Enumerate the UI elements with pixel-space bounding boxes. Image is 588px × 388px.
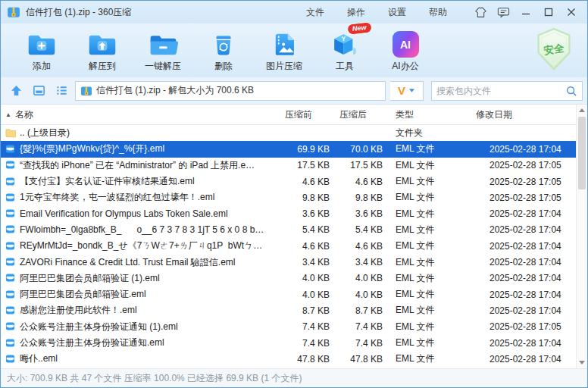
size-after: 4.0 KB (333, 273, 386, 283)
archive-path-input[interactable] (96, 86, 380, 96)
minimize-button[interactable] (514, 2, 537, 23)
search-box (431, 81, 583, 101)
zip-archive-icon (7, 5, 20, 19)
file-name: {髮}%{票}MPgWnkv{贷}^_%{开}.eml (20, 142, 164, 155)
add-button[interactable]: 添加 (11, 30, 72, 73)
file-name: FWloimbh=_0lga8bfk_B_ o__6 7 3 7 8 3 1jT… (20, 224, 264, 235)
image-compress-button[interactable]: 图片压缩 (254, 30, 314, 73)
menu-file[interactable]: 文件 (295, 1, 336, 23)
file-name: .. (上级目录) (20, 127, 70, 139)
column-header-name[interactable]: ▲ 名称 (1, 108, 279, 121)
extract-to-button[interactable]: 解压到 (72, 30, 133, 73)
one-click-extract-button[interactable]: 一键解压 (133, 30, 193, 73)
size-before: 69.9 KB (279, 144, 333, 155)
ai-office-button[interactable]: AI AI办公 (375, 30, 436, 73)
scrollbar-track[interactable] (577, 116, 587, 357)
table-row[interactable]: “查找我的 iPhone” 已在 “Administrator” 的 iPad … (1, 158, 576, 174)
eml-icon (5, 144, 16, 155)
table-row[interactable]: 阿里巴巴集团会员邮箱验证 (1).eml4.0 KB4.0 KBEML 文件20… (1, 271, 576, 286)
menu-help[interactable]: 帮助 (418, 1, 458, 23)
modified-date: 2025-02-28 17:05 (470, 321, 576, 332)
scroll-up-button[interactable] (577, 105, 587, 116)
feedback-icon[interactable] (492, 2, 514, 23)
toolbar: 添加 解压到 一键解压 删除 图片压缩 New (1, 23, 587, 77)
table-row[interactable]: 公众账号注册主体身份验证通知.eml7.4 KB7.4 KBEML 文件2025… (1, 335, 576, 351)
size-before: 3.6 KB (279, 208, 333, 219)
eml-icon (5, 289, 16, 300)
file-type: EML 文件 (386, 159, 470, 172)
table-row[interactable]: 1元夺宝年终奖，屯一波猛烈的红包过壕年！.eml9.8 KB9.8 KBEML … (1, 189, 576, 205)
v-dropdown[interactable]: V (390, 81, 424, 101)
table-row[interactable]: 【支付宝】实名认证-证件审核结果通知.eml4.6 KB4.6 KBEML 文件… (1, 174, 576, 189)
modified-date: 2025-02-28 17:04 (470, 257, 576, 268)
delete-button[interactable]: 删除 (193, 30, 254, 73)
v-logo: V (398, 85, 405, 96)
table-row[interactable]: 晦仆..eml47.8 KB47.8 KBEML 文件2025-02-28 17… (1, 351, 576, 367)
column-header-before[interactable]: 压缩前 (279, 108, 333, 121)
file-type: EML 文件 (386, 224, 470, 236)
folder-extract-icon (87, 30, 117, 58)
table-row[interactable]: 感谢您注册使用此软件！.eml8.7 KB8.7 KBEML 文件2025-02… (1, 302, 576, 318)
status-text: 大小: 700.9 KB 共 47 个文件 压缩率 100.0% 已经选择 69… (7, 372, 302, 385)
size-after: 70.0 KB (333, 144, 386, 155)
menu-settings[interactable]: 设置 (377, 1, 418, 23)
file-list: .. (上级目录)文件夹{髮}%{票}MPgWnkv{贷}^_%{开}.eml6… (1, 125, 576, 368)
modified-date: 2025-02-28 17:05 (470, 177, 576, 187)
eml-icon (5, 257, 16, 268)
size-after: 4.0 KB (333, 289, 386, 300)
eml-icon (5, 338, 16, 349)
size-after: 9.8 KB (333, 192, 386, 203)
modified-date: 2025-02-28 17:04 (470, 241, 576, 252)
content-area: ▲ 名称 压缩前 压缩后 类型 修改日期 .. (上级目录)文件夹{髮}%{票}… (1, 105, 587, 368)
modified-date: 2025-02-28 17:04 (470, 224, 576, 235)
file-type: EML 文件 (386, 321, 470, 333)
column-header-date[interactable]: 修改日期 (470, 108, 576, 121)
eml-icon (5, 208, 16, 219)
table-row[interactable]: Email Verification for Olympus Labs Toke… (1, 205, 576, 221)
scrollbar-thumb[interactable] (578, 117, 586, 189)
scroll-down-button[interactable] (577, 357, 587, 368)
file-type: EML 文件 (386, 352, 470, 365)
new-badge: New (347, 21, 373, 35)
window-controls (469, 2, 583, 23)
list-view-icon[interactable] (52, 82, 70, 100)
table-row[interactable]: REyMrMtJd=_bondk_B_せ《7ㄋWㄜ7+ㄌ厂ㄐq1P bWtㄅ…4… (1, 238, 576, 254)
scrollbar[interactable] (576, 105, 587, 368)
file-type: EML 文件 (386, 256, 470, 269)
search-icon[interactable] (565, 85, 577, 97)
eml-icon (5, 224, 16, 235)
table-row[interactable]: ZAVORi Finance & Credit Ltd. Trust Email… (1, 254, 576, 270)
column-header-type[interactable]: 类型 (386, 108, 470, 121)
modified-date: 2025-02-28 17:04 (470, 208, 576, 219)
image-compress-icon (270, 30, 299, 58)
scroll-down-icon (579, 361, 585, 365)
file-name: Email Verification for Olympus Labs Toke… (20, 208, 228, 219)
size-after: 4.6 KB (333, 241, 386, 252)
table-row[interactable]: 阿里巴巴集团会员邮箱验证.eml4.0 KB4.0 KBEML 文件2025-0… (1, 286, 576, 302)
up-directory-icon[interactable] (7, 82, 25, 100)
maximize-button[interactable] (537, 2, 560, 23)
svg-text:Y: Y (341, 35, 346, 42)
tools-button[interactable]: New Y 工具 (314, 30, 375, 73)
size-after: 7.4 KB (333, 338, 386, 349)
skin-icon[interactable] (469, 2, 492, 23)
table-row[interactable]: FWloimbh=_0lga8bfk_B_ o__6 7 3 7 8 3 1jT… (1, 222, 576, 238)
window-title: 信件打包 (1).zip - 360压缩 (26, 6, 131, 19)
eml-icon (5, 177, 16, 187)
safety-badge[interactable]: 安全 (534, 27, 574, 74)
menu-operation[interactable]: 操作 (336, 1, 377, 23)
close-button[interactable] (560, 2, 583, 23)
column-header-after[interactable]: 压缩后 (333, 108, 386, 121)
modified-date: 2025-02-28 17:04 (470, 354, 576, 365)
search-input[interactable] (436, 86, 565, 96)
app-window: 信件打包 (1).zip - 360压缩 文件 操作 设置 帮助 (0, 0, 588, 388)
size-after: 4.6 KB (333, 177, 386, 187)
table-row[interactable]: 公众账号注册主体身份验证通知 (1).eml7.4 KB7.4 KBEML 文件… (1, 319, 576, 335)
archive-path-box (75, 81, 386, 101)
size-after: 47.8 KB (333, 354, 386, 365)
table-row[interactable]: .. (上级目录)文件夹 (1, 125, 576, 141)
file-name: 1元夺宝年终奖，屯一波猛烈的红包过壕年！.eml (20, 191, 214, 204)
preview-view-icon[interactable] (30, 82, 48, 100)
size-before: 3.4 KB (279, 257, 333, 268)
table-row[interactable]: {髮}%{票}MPgWnkv{贷}^_%{开}.eml69.9 KB70.0 K… (1, 141, 576, 157)
